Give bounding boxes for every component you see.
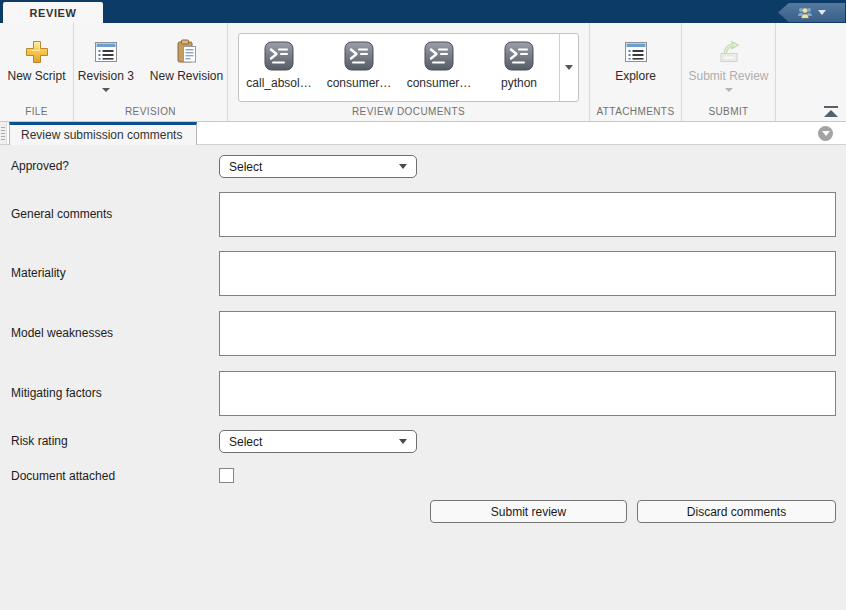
caret-down-icon — [399, 439, 407, 444]
review-documents-gallery: call_absol… consumer… — [238, 33, 579, 102]
panel-tab-label: Review submission comments — [21, 128, 182, 142]
toolstrip-section-submit: Submit Review SUBMIT — [682, 23, 776, 121]
revision-list-icon — [94, 38, 118, 66]
submit-review-form-label: Submit review — [491, 505, 566, 519]
section-label-revision: REVISION — [74, 104, 227, 121]
clipboard-icon — [175, 38, 199, 66]
script-terminal-icon — [344, 41, 374, 75]
discard-comments-label: Discard comments — [687, 505, 786, 519]
toolstrip-section-attachments: Explore ATTACHMENTS — [590, 23, 682, 121]
mitigating-factors-label: Mitigating factors — [11, 386, 102, 400]
new-revision-button[interactable]: New Revision — [142, 23, 231, 83]
caret-down-icon — [399, 164, 407, 169]
user-menu-button[interactable] — [778, 3, 845, 22]
explore-list-icon — [624, 38, 648, 66]
general-comments-input[interactable] — [219, 192, 836, 237]
title-banner: REVIEW — [0, 0, 846, 23]
gallery-item-label: python — [501, 76, 537, 90]
caret-down-icon — [565, 65, 573, 70]
toolstrip-spacer — [776, 23, 846, 121]
tab-review-label: REVIEW — [30, 7, 77, 19]
panel-collapse-button[interactable] — [818, 126, 833, 141]
gallery-item-call-absol[interactable]: call_absol… — [239, 34, 319, 101]
general-comments-label: General comments — [11, 207, 112, 221]
toolstrip: New Script FILE Revision 3 — [0, 23, 846, 122]
risk-rating-label: Risk rating — [11, 434, 68, 448]
materiality-label: Materiality — [11, 266, 66, 280]
toolstrip-section-file: New Script FILE — [0, 23, 74, 121]
revision-dropdown-button[interactable]: Revision 3 — [70, 23, 142, 92]
new-script-button[interactable]: New Script — [0, 23, 74, 83]
section-label-submit: SUBMIT — [682, 104, 775, 121]
plus-icon — [24, 38, 50, 66]
submit-arrow-icon — [715, 38, 743, 66]
approved-dropdown-value: Select — [229, 160, 262, 174]
new-revision-label: New Revision — [150, 69, 223, 83]
model-weaknesses-label: Model weaknesses — [11, 326, 113, 340]
section-label-attachments: ATTACHMENTS — [590, 104, 681, 121]
caret-down-icon — [725, 88, 733, 92]
minimize-toolstrip-icon[interactable] — [824, 106, 838, 117]
gallery-item-label: consumer… — [407, 76, 472, 90]
document-attached-label: Document attached — [11, 469, 115, 483]
mitigating-factors-input[interactable] — [219, 371, 836, 416]
caret-down-icon — [822, 131, 830, 136]
tab-review[interactable]: REVIEW — [3, 2, 103, 23]
gallery-item-python[interactable]: python — [479, 34, 559, 101]
approved-dropdown[interactable]: Select — [219, 155, 417, 178]
new-script-label: New Script — [8, 69, 66, 83]
gallery-item-consumer-2[interactable]: consumer… — [399, 34, 479, 101]
section-label-review-documents: REVIEW DOCUMENTS — [228, 104, 589, 121]
model-weaknesses-input[interactable] — [219, 311, 836, 356]
submit-review-form-button[interactable]: Submit review — [430, 500, 627, 523]
gallery-item-label: consumer… — [327, 76, 392, 90]
submit-review-label: Submit Review — [688, 69, 768, 83]
materiality-input[interactable] — [219, 251, 836, 296]
explore-button[interactable]: Explore — [607, 23, 664, 83]
script-terminal-icon — [424, 41, 454, 75]
review-comments-form: Approved? Select General comments Materi… — [0, 145, 846, 610]
section-label-file: FILE — [0, 104, 73, 121]
toolstrip-section-review-documents: call_absol… consumer… — [228, 23, 590, 121]
submit-review-button[interactable]: Submit Review — [680, 23, 776, 92]
discard-comments-button[interactable]: Discard comments — [637, 500, 836, 523]
risk-rating-dropdown[interactable]: Select — [219, 430, 417, 453]
explore-label: Explore — [615, 69, 656, 83]
script-terminal-icon — [264, 41, 294, 75]
toolstrip-section-revision: Revision 3 New Revision — [74, 23, 228, 121]
risk-rating-dropdown-value: Select — [229, 435, 262, 449]
community-users-icon — [797, 6, 813, 19]
script-terminal-icon — [504, 41, 534, 75]
tab-review-submission-comments[interactable]: Review submission comments — [9, 122, 197, 145]
gallery-item-label: call_absol… — [246, 76, 311, 90]
gallery-item-consumer-1[interactable]: consumer… — [319, 34, 399, 101]
gallery-expand-button[interactable] — [559, 34, 578, 101]
revision-dropdown-label: Revision 3 — [78, 69, 134, 83]
caret-down-icon — [818, 10, 826, 15]
document-attached-checkbox[interactable] — [219, 468, 234, 483]
approved-label: Approved? — [11, 159, 69, 173]
panel-tabbar: Review submission comments — [0, 122, 846, 145]
caret-down-icon — [102, 88, 110, 92]
panel-drag-handle[interactable] — [0, 122, 7, 144]
